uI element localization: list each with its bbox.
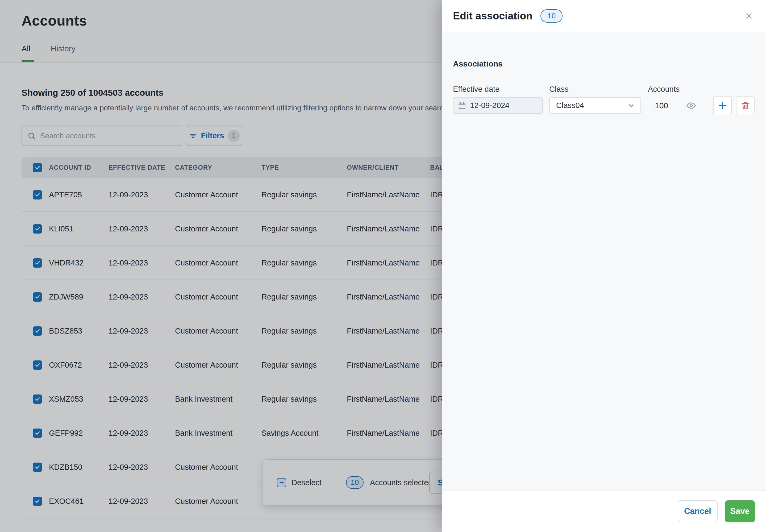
calendar-icon — [458, 101, 466, 110]
associations-section-title: Associations — [453, 59, 755, 68]
close-icon — [744, 11, 753, 20]
effective-date-label: Effective date — [453, 85, 499, 94]
class-value: Class04 — [556, 101, 584, 110]
drawer-title: Edit association — [453, 10, 532, 22]
chevron-down-icon — [627, 102, 635, 110]
drawer-body: Associations Effective date Class Accoun… — [442, 33, 766, 490]
accounts-value: 100 — [655, 97, 668, 114]
plus-icon — [717, 100, 728, 111]
cancel-button[interactable]: Cancel — [678, 500, 718, 522]
preview-eye-icon[interactable] — [686, 101, 696, 111]
class-label: Class — [549, 85, 569, 94]
effective-date-input[interactable]: 12-09-2024 — [453, 97, 543, 114]
delete-association-button[interactable] — [736, 96, 755, 115]
association-row: Effective date Class Accounts 12-09-2024… — [453, 85, 755, 121]
drawer-header: Edit association 10 — [442, 0, 766, 32]
trash-icon — [740, 101, 750, 110]
drawer-footer: Cancel Save — [442, 490, 766, 532]
class-select[interactable]: Class04 — [549, 97, 641, 114]
effective-date-value: 12-09-2024 — [470, 101, 509, 110]
edit-association-drawer: Edit association 10 Associations Effecti… — [442, 0, 766, 532]
drawer-count-badge: 10 — [540, 9, 563, 23]
add-association-button[interactable] — [713, 96, 732, 115]
accounts-label: Accounts — [648, 85, 680, 94]
save-button[interactable]: Save — [725, 500, 755, 522]
close-button[interactable] — [744, 11, 754, 21]
